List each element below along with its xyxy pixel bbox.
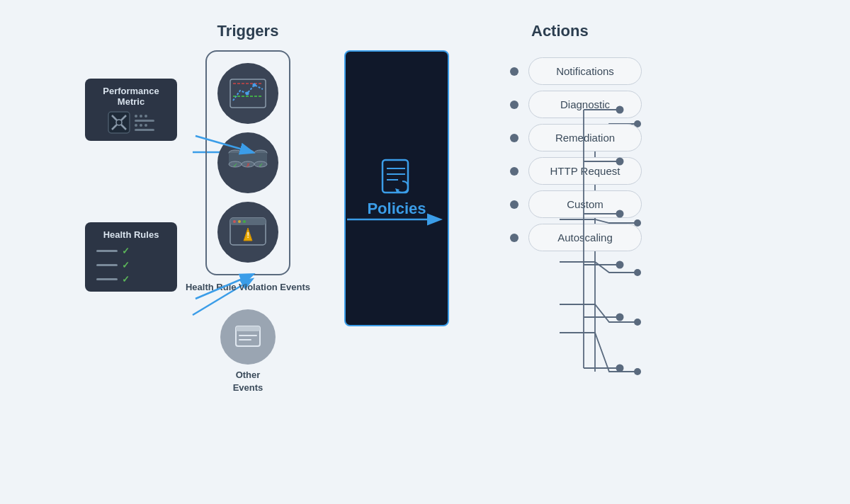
autoscaling-pill: Autoscaling	[528, 224, 642, 251]
performance-metric-box: Performance Metric	[85, 79, 177, 141]
diagnostic-dot	[510, 101, 518, 109]
action-diagnostic-row: Diagnostic	[510, 91, 642, 118]
error-trigger-icon: !	[229, 217, 267, 248]
actions-list: Notifications Diagnostic Remediation	[510, 57, 642, 251]
performance-metric-row: Performance Metric	[85, 79, 177, 141]
autoscaling-dot	[510, 234, 518, 242]
svg-point-33	[233, 220, 236, 223]
health-rules-box: Health Rules ✓ ✓ ✓	[85, 222, 177, 292]
other-events-icon	[235, 326, 261, 348]
svg-text:✗: ✗	[246, 162, 251, 168]
svg-point-35	[243, 220, 246, 223]
dot-grid	[135, 115, 154, 131]
action-http-row: HTTP Request	[510, 157, 642, 185]
remediation-dot	[510, 134, 518, 142]
action-autoscaling-row: Autoscaling	[510, 224, 642, 251]
svg-point-34	[238, 220, 241, 223]
error-trigger-circle: !	[217, 202, 278, 263]
db-trigger-circle: ✓ ✗ ✓	[217, 132, 278, 193]
other-events-wrap: Other Events	[220, 309, 276, 394]
actions-header: Actions	[531, 22, 589, 40]
sources-column: Performance Metric	[35, 79, 177, 292]
svg-text:✓: ✓	[259, 162, 264, 168]
diagnostic-pill: Diagnostic	[528, 91, 642, 118]
svg-point-13	[116, 120, 122, 125]
policies-box: Policies	[344, 50, 449, 326]
triggers-section: Triggers	[177, 22, 319, 395]
notifications-dot	[510, 67, 518, 76]
other-events-label: Other Events	[233, 369, 264, 394]
performance-metric-label: Performance Metric	[94, 86, 169, 107]
trigger-group-label: Health Rule Violation Events	[186, 281, 310, 294]
health-rules-icon: ✓ ✓ ✓	[94, 246, 169, 285]
policies-label: Policies	[367, 200, 426, 218]
svg-text:✓: ✓	[233, 162, 238, 168]
custom-dot	[510, 200, 518, 209]
chart-trigger-circle	[217, 63, 278, 124]
svg-text:!: !	[247, 231, 249, 239]
svg-point-17	[246, 92, 249, 96]
triggers-box: ✓ ✗ ✓	[205, 50, 290, 275]
notifications-pill: Notifications	[528, 57, 642, 85]
triggers-header: Triggers	[217, 22, 279, 40]
health-rules-label: Health Rules	[94, 229, 169, 240]
metric-icon	[108, 111, 130, 134]
other-events-circle	[220, 309, 276, 365]
health-rules-row: Health Rules ✓ ✓ ✓	[85, 222, 177, 292]
chart-trigger-icon	[229, 78, 267, 109]
action-custom-row: Custom	[510, 190, 642, 218]
svg-rect-39	[236, 326, 260, 331]
action-notifications-row: Notifications	[510, 57, 642, 85]
svg-rect-42	[382, 160, 408, 193]
policies-section: Policies	[333, 50, 460, 326]
policies-icon	[381, 159, 412, 194]
svg-point-18	[253, 84, 256, 87]
http-dot	[510, 167, 518, 176]
custom-pill: Custom	[528, 190, 642, 218]
remediation-pill: Remediation	[528, 124, 642, 151]
performance-metric-icon	[94, 111, 169, 134]
http-pill: HTTP Request	[528, 157, 642, 185]
db-trigger-icon: ✓ ✗ ✓	[227, 147, 269, 178]
action-remediation-row: Remediation	[510, 124, 642, 151]
actions-section: Actions Notifications Diagnostic	[510, 22, 642, 251]
